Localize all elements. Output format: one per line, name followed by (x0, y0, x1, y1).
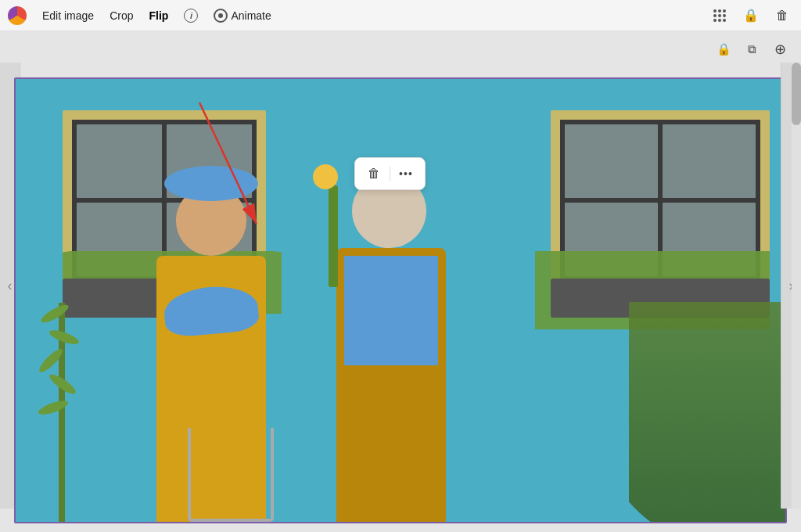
info-button[interactable]: i (176, 3, 206, 28)
animate-button[interactable]: Animate (206, 3, 278, 28)
trash-toolbar-button[interactable]: 🗑 (770, 3, 795, 28)
floating-more-icon: ••• (399, 167, 413, 180)
dots-grid-icon (713, 9, 726, 22)
crop-label: Crop (110, 9, 133, 22)
walker (188, 428, 274, 522)
toolbar-right: 🔒 🗑 (707, 3, 795, 28)
logo-circle (8, 6, 27, 25)
lock-canvas-icon: 🔒 (717, 42, 731, 56)
flip-button[interactable]: Flip (142, 3, 177, 28)
image-content (16, 79, 785, 522)
animate-icon (214, 9, 228, 23)
copy-icon: ⧉ (748, 42, 756, 56)
main-toolbar: Edit image Crop Flip i Animate 🔒 🗑 (0, 0, 801, 31)
scrollbar-track (792, 63, 801, 509)
edit-image-label: Edit image (42, 9, 94, 22)
dots-grid-button[interactable] (707, 3, 732, 28)
animate-label: Animate (231, 9, 271, 22)
app-logo[interactable] (6, 5, 28, 27)
man-figure (321, 185, 462, 522)
floating-delete-button[interactable]: 🗑 (363, 163, 385, 185)
trash-icon: 🗑 (776, 9, 788, 23)
floating-trash-icon: 🗑 (368, 167, 380, 181)
left-arrow-icon[interactable]: ‹ (8, 278, 13, 294)
woman-hat (164, 166, 258, 201)
scrollbar-thumb[interactable] (792, 63, 801, 125)
sub-toolbar: 🔒 ⧉ ⊕ (702, 31, 801, 67)
add-canvas-button[interactable]: ⊕ (768, 38, 792, 61)
info-icon: i (184, 9, 198, 23)
image-container[interactable]: 🗑 ••• (14, 77, 787, 523)
flip-label: Flip (149, 9, 169, 22)
add-icon: ⊕ (774, 42, 786, 56)
man-shirt (344, 256, 438, 365)
float-divider (390, 167, 390, 181)
floating-more-button[interactable]: ••• (395, 163, 417, 185)
lock-canvas-button[interactable]: 🔒 (712, 38, 735, 61)
floating-actions: 🗑 ••• (354, 157, 426, 190)
edit-image-button[interactable]: Edit image (34, 3, 102, 28)
flower-stem (329, 185, 338, 287)
flower-head (313, 164, 338, 189)
canvas-area: 🔒 ⧉ ⊕ ‹ (0, 31, 801, 532)
lock-toolbar-button[interactable]: 🔒 (738, 3, 763, 28)
copy-canvas-button[interactable]: ⧉ (740, 38, 763, 61)
plant-left (31, 287, 94, 522)
crop-button[interactable]: Crop (102, 3, 141, 28)
woman-figure (141, 193, 282, 522)
lock-icon: 🔒 (743, 8, 759, 23)
plants-right (629, 302, 785, 522)
